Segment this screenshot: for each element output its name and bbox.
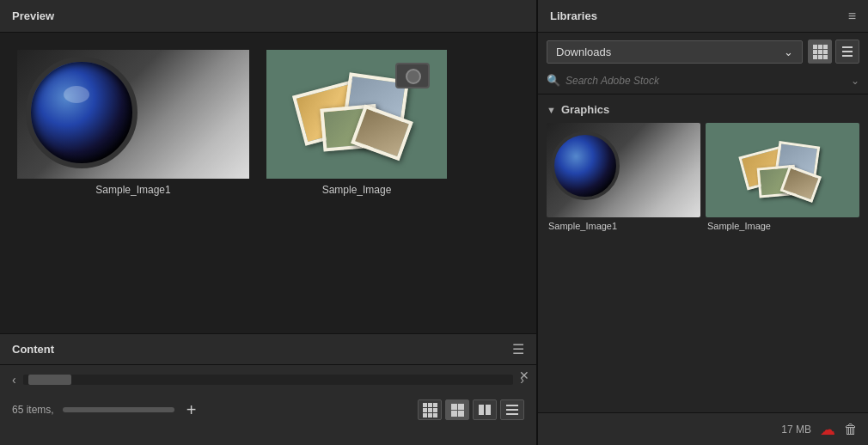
- content-menu-icon[interactable]: ☰: [512, 341, 524, 357]
- camera-small-icon: [395, 63, 430, 88]
- graphics-section-header[interactable]: ▼ Graphics: [547, 100, 859, 123]
- list-view-icon: [506, 405, 518, 415]
- preview-area: Sample_Image1 Sample_Image: [0, 33, 536, 333]
- svg-rect-6: [842, 51, 853, 52]
- search-chevron-icon[interactable]: ⌄: [851, 75, 859, 87]
- library-bottom-bar: 17 MB ☁ 🗑: [538, 412, 868, 445]
- svg-rect-0: [479, 405, 484, 415]
- content-scroll-row: ‹ › ✕: [0, 365, 536, 394]
- lib-item-1[interactable]: Sample_Image1: [547, 123, 700, 231]
- lib-thumb-1: [547, 123, 700, 217]
- lib-item-label-2: Sample_Image: [706, 221, 859, 231]
- preview-item-1[interactable]: Sample_Image1: [17, 50, 249, 196]
- grid-view-icon: [423, 403, 437, 418]
- dropdown-value: Downloads: [556, 46, 611, 58]
- left-panel: Preview Sample_Image1 Sampl: [0, 0, 537, 445]
- search-row: 🔍 ⌄: [538, 70, 868, 94]
- content-bar: Content ☰ ‹ › ✕ 65 items, +: [0, 333, 536, 445]
- lib-grid-view-btn[interactable]: [808, 40, 832, 64]
- right-panel: Libraries ≡ Downloads ⌄: [537, 0, 868, 445]
- split-view-button[interactable]: [473, 399, 497, 420]
- svg-rect-2: [506, 405, 518, 406]
- lib-thumb-2: [706, 123, 859, 217]
- preview-item-2[interactable]: Sample_Image: [266, 50, 447, 196]
- svg-rect-4: [506, 413, 518, 415]
- lib-item-label-1: Sample_Image1: [547, 221, 700, 231]
- svg-rect-7: [842, 55, 853, 57]
- mini-stack: [706, 123, 859, 217]
- preview-header: Preview: [0, 0, 536, 33]
- lens-reflection: [64, 86, 89, 103]
- add-button[interactable]: +: [183, 400, 200, 420]
- content-title: Content: [12, 343, 54, 356]
- scroll-left-btn[interactable]: ‹: [9, 371, 20, 388]
- mini-lens-graphic: [551, 131, 620, 200]
- trash-icon[interactable]: 🗑: [844, 422, 858, 437]
- svg-rect-1: [486, 405, 491, 415]
- library-dropdown[interactable]: Downloads ⌄: [547, 40, 803, 64]
- dropdown-row: Downloads ⌄: [538, 33, 868, 70]
- svg-rect-3: [506, 409, 518, 411]
- preview-image-2[interactable]: [266, 50, 447, 179]
- lib-list-view-btn[interactable]: [835, 40, 859, 64]
- adobe-cloud-icon[interactable]: ☁: [820, 420, 835, 439]
- scroll-track[interactable]: [23, 375, 514, 385]
- grid-view-button[interactable]: [418, 399, 442, 420]
- large-grid-view-button[interactable]: [445, 399, 469, 420]
- library-content: ▼ Graphics Sample_Image1: [538, 94, 868, 412]
- lib-view-buttons: [808, 40, 859, 64]
- items-row: 65 items, +: [0, 394, 536, 425]
- preview-image-1[interactable]: [17, 50, 249, 179]
- libraries-header: Libraries ≡: [538, 0, 868, 33]
- libraries-menu-icon[interactable]: ≡: [848, 9, 856, 24]
- split-view-icon: [479, 405, 491, 415]
- lens-graphic: [26, 57, 138, 168]
- content-header: Content ☰: [0, 334, 536, 365]
- items-count: 65 items,: [12, 404, 54, 416]
- size-label: 17 MB: [781, 424, 811, 436]
- lib-grid-icon: [813, 45, 828, 59]
- search-input[interactable]: [565, 75, 846, 87]
- search-icon: 🔍: [547, 74, 560, 87]
- dropdown-chevron-icon: ⌄: [784, 46, 793, 58]
- library-grid: Sample_Image1 Sample_Image: [547, 123, 859, 238]
- list-view-button[interactable]: [500, 399, 524, 420]
- large-grid-view-icon: [451, 404, 464, 417]
- preview-label-1: Sample_Image1: [95, 184, 170, 196]
- preview-label-2: Sample_Image: [322, 184, 392, 196]
- close-button[interactable]: ✕: [519, 369, 529, 382]
- preview-title: Preview: [12, 9, 54, 22]
- section-title: Graphics: [561, 103, 609, 116]
- lib-item-2[interactable]: Sample_Image: [706, 123, 859, 231]
- lib-list-icon: [842, 46, 853, 57]
- progress-bar: [63, 407, 174, 412]
- scroll-thumb: [28, 375, 71, 385]
- libraries-title: Libraries: [550, 9, 597, 22]
- svg-rect-5: [842, 46, 853, 48]
- view-buttons: [418, 399, 524, 420]
- section-collapse-icon: ▼: [547, 105, 556, 115]
